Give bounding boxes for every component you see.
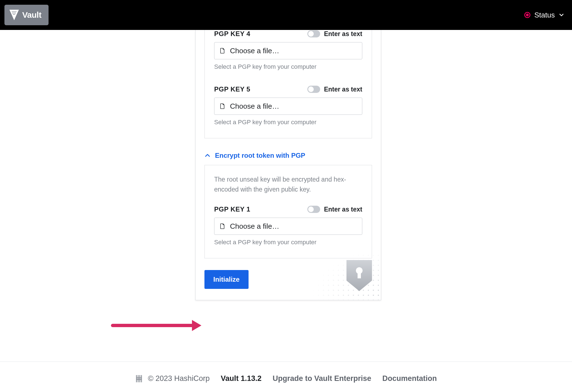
navbar: Vault Status [0,0,572,30]
status-indicator-icon [524,12,530,18]
encrypt-root-collapse[interactable]: Encrypt root token with PGP [204,152,372,159]
svg-point-3 [16,11,16,12]
init-card: PGP KEY 4 Enter as text Choose a file… S… [195,30,381,300]
svg-point-2 [14,11,15,12]
svg-point-6 [15,12,16,13]
pgp-key-5-helper: Select a PGP key from your computer [214,119,362,126]
svg-point-1 [13,11,14,12]
root-pgp-key-file-label: Choose a file… [230,222,279,231]
file-icon [220,48,225,54]
pgp-key-4-block: PGP KEY 4 Enter as text Choose a file… S… [214,30,362,70]
root-pgp-key-helper: Select a PGP key from your computer [214,239,362,246]
encrypt-root-label: Encrypt root token with PGP [215,152,305,159]
root-token-section: The root unseal key will be encrypted an… [204,165,372,258]
root-pgp-key-block: PGP KEY 1 Enter as text Choose a file… S… [214,205,362,246]
pgp-key-5-toggle-label: Enter as text [324,86,362,93]
svg-point-0 [12,11,12,12]
root-pgp-key-label: PGP KEY 1 [214,205,250,213]
pgp-key-5-file-button[interactable]: Choose a file… [214,98,362,115]
file-icon [220,103,225,109]
shield-lock-icon [345,259,373,292]
svg-point-5 [14,12,14,13]
pgp-key-5-label: PGP KEY 5 [214,85,250,93]
status-label: Status [534,11,555,19]
footer-docs-link[interactable]: Documentation [382,374,437,383]
footer-copyright: © 2023 HashiCorp [148,374,210,383]
root-token-description: The root unseal key will be encrypted an… [214,175,362,194]
chevron-down-icon [559,12,564,18]
pgp-key-5-text-toggle[interactable] [307,86,320,93]
initialize-button[interactable]: Initialize [204,270,249,289]
pgp-key-4-label: PGP KEY 4 [214,30,250,38]
hashicorp-icon [135,375,143,383]
brand-text: Vault [22,10,41,20]
chevron-up-icon [204,152,211,159]
footer-upgrade-link[interactable]: Upgrade to Vault Enterprise [273,374,371,383]
pgp-key-5-block: PGP KEY 5 Enter as text Choose a file… S… [214,85,362,126]
svg-point-7 [13,14,14,15]
pgp-key-4-helper: Select a PGP key from your computer [214,63,362,70]
brand-badge[interactable]: Vault [4,5,49,25]
pgp-key-4-text-toggle[interactable] [307,30,320,37]
pgp-key-4-file-button[interactable]: Choose a file… [214,42,362,59]
footer: © 2023 HashiCorp Vault 1.13.2 Upgrade to… [0,374,572,383]
footer-divider [0,362,572,362]
vault-logo-icon [9,10,19,20]
svg-point-4 [12,12,13,13]
svg-point-8 [14,14,15,15]
pgp-key-5-file-label: Choose a file… [230,102,279,111]
unseal-keys-section: PGP KEY 4 Enter as text Choose a file… S… [204,30,372,138]
root-pgp-key-file-button[interactable]: Choose a file… [214,218,362,235]
status-menu[interactable]: Status [524,11,564,19]
footer-version: Vault 1.13.2 [221,374,262,383]
pgp-key-4-file-label: Choose a file… [230,47,279,55]
root-pgp-key-toggle-label: Enter as text [324,206,362,213]
root-pgp-key-text-toggle[interactable] [307,206,320,213]
pgp-key-4-toggle-label: Enter as text [324,30,362,38]
file-icon [220,223,225,229]
annotation-arrow [111,317,203,334]
